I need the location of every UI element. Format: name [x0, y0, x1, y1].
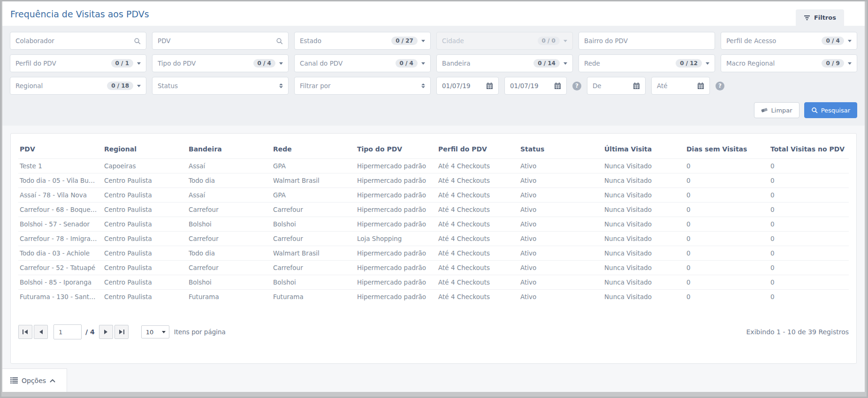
chevron-down-icon	[706, 62, 709, 65]
perfil-acesso-multiselect[interactable]: Perfil de Acesso 0 / 4	[721, 32, 857, 50]
macro-regional-count-badge: 0 / 9	[822, 59, 844, 68]
table-row[interactable]: Todo dia - 05 - Vila Buar... Centro Paul…	[18, 173, 849, 188]
column-header[interactable]: Total Visitas no PDV	[769, 141, 849, 158]
table-header-row: PDVRegionalBandeiraRedeTipo do PDVPerfil…	[18, 141, 849, 158]
calendar-icon	[486, 83, 493, 90]
date-end-input[interactable]	[510, 82, 550, 90]
column-header[interactable]: Regional	[103, 141, 187, 158]
bairro-field[interactable]	[579, 32, 715, 50]
search-icon	[811, 107, 818, 113]
column-header[interactable]: Rede	[272, 141, 356, 158]
table-row[interactable]: Bolshoi - 85 - Iporanga Centro Paulista …	[18, 275, 849, 289]
first-page-icon	[23, 330, 28, 334]
cell-status: Ativo	[519, 217, 603, 231]
search-icon	[276, 38, 283, 45]
periodo-ate-input[interactable]	[657, 82, 693, 90]
cell-status: Ativo	[519, 246, 603, 260]
cell-bandeira: Todo dia	[187, 173, 272, 188]
table-row[interactable]: Futurama - 130 - Santa ... Centro Paulis…	[18, 289, 849, 304]
cell-regional: Centro Paulista	[103, 173, 187, 188]
chevron-down-icon	[421, 40, 425, 42]
date-start-field[interactable]	[436, 77, 499, 95]
column-header[interactable]: Tipo do PDV	[356, 141, 437, 158]
tipo-pdv-label: Tipo do PDV	[158, 60, 250, 67]
options-button[interactable]: Opções	[2, 368, 67, 392]
last-page-icon	[119, 330, 124, 334]
bandeira-label: Bandeira	[442, 60, 530, 67]
cell-dias-sem-visitas: 0	[685, 203, 769, 217]
estado-multiselect[interactable]: Estado 0 / 27	[294, 32, 431, 50]
cell-perfil-pdv: Até 4 Checkouts	[437, 275, 519, 289]
periodo-de-field[interactable]	[587, 77, 646, 95]
column-header[interactable]: Dias sem Visitas	[685, 141, 769, 158]
bairro-input[interactable]	[584, 37, 709, 45]
window-frame: Frequência de Visitas aos PDVs Filtros	[0, 0, 868, 398]
cell-total-visitas: 0	[769, 261, 849, 275]
first-page-button[interactable]	[18, 325, 32, 339]
date-start-input[interactable]	[442, 82, 482, 90]
perfil-pdv-multiselect[interactable]: Perfil do PDV 0 / 1	[10, 54, 146, 72]
cell-pdv: Bolshoi - 57 - Senador	[18, 217, 103, 231]
regional-label: Regional	[15, 82, 103, 90]
filtrar-por-select[interactable]: Filtrar por	[294, 77, 431, 95]
app: Frequência de Visitas aos PDVs Filtros	[2, 1, 865, 392]
regional-multiselect[interactable]: Regional 0 / 18	[10, 77, 146, 95]
periodo-de-input[interactable]	[593, 82, 629, 90]
cell-tipo-pdv: Hipermercado padrão	[356, 246, 437, 260]
next-page-button[interactable]	[99, 325, 113, 339]
chevron-down-icon	[421, 62, 425, 65]
column-header[interactable]: Status	[519, 141, 603, 158]
colaborador-input[interactable]	[15, 37, 130, 45]
tipo-pdv-multiselect[interactable]: Tipo do PDV 0 / 4	[152, 54, 289, 72]
colaborador-search-field[interactable]	[10, 32, 146, 50]
search-button[interactable]: Pesquisar	[804, 102, 857, 118]
filters-toggle-button[interactable]: Filtros	[796, 9, 844, 26]
table-row[interactable]: Carrefour - 78 - Imigran... Centro Pauli…	[18, 231, 849, 246]
cell-regional: Centro Paulista	[103, 203, 187, 217]
cell-ultima-visita: Nunca Visitado	[603, 217, 685, 231]
cell-total-visitas: 0	[769, 275, 849, 289]
clear-button-label: Limpar	[771, 107, 792, 114]
canal-pdv-label: Canal do PDV	[300, 60, 392, 67]
cell-dias-sem-visitas: 0	[685, 261, 769, 275]
last-page-button[interactable]	[114, 325, 129, 339]
calendar-icon	[554, 83, 561, 90]
column-header[interactable]: PDV	[18, 141, 103, 158]
cell-dias-sem-visitas: 0	[685, 173, 769, 188]
pdv-input[interactable]	[158, 37, 272, 45]
page-size-select[interactable]: 10	[141, 325, 169, 338]
canal-pdv-multiselect[interactable]: Canal do PDV 0 / 4	[294, 54, 431, 72]
date-end-field[interactable]	[504, 77, 567, 95]
cell-regional: Capoeiras	[103, 159, 187, 173]
clear-button[interactable]: Limpar	[754, 102, 799, 118]
help-icon[interactable]: ?	[716, 82, 724, 90]
table-row[interactable]: Carrefour - 68 - Boqueir... Centro Pauli…	[18, 202, 849, 217]
rede-multiselect[interactable]: Rede 0 / 12	[579, 54, 715, 72]
table-row[interactable]: Bolshoi - 57 - Senador Centro Paulista B…	[18, 217, 849, 231]
periodo-ate-field[interactable]	[651, 77, 710, 95]
column-header[interactable]: Bandeira	[187, 141, 272, 158]
column-header[interactable]: Perfil do PDV	[437, 141, 519, 158]
tipo-pdv-count-badge: 0 / 4	[253, 59, 275, 68]
previous-page-button[interactable]	[34, 325, 48, 339]
cell-perfil-pdv: Até 4 Checkouts	[437, 203, 519, 217]
cell-perfil-pdv: Até 4 Checkouts	[437, 261, 519, 275]
table-row[interactable]: Assaí - 78 - Vila Nova Centro Paulista A…	[18, 188, 849, 202]
table-row[interactable]: Teste 1 Capoeiras Assaí GPA Hipermercado…	[18, 158, 849, 173]
status-select[interactable]: Status	[152, 77, 289, 95]
column-header[interactable]: Última Visita	[603, 141, 685, 158]
page-number-input[interactable]	[53, 324, 82, 339]
table-row[interactable]: Todo dia - 03 - Achiole Centro Paulista …	[18, 246, 849, 260]
cell-dias-sem-visitas: 0	[685, 275, 769, 289]
pdv-search-field[interactable]	[152, 32, 289, 50]
next-page-icon	[104, 330, 108, 334]
estado-label: Estado	[300, 37, 388, 45]
bandeira-multiselect[interactable]: Bandeira 0 / 14	[436, 54, 573, 72]
cell-rede: Carrefour	[272, 261, 356, 275]
table-row[interactable]: Carrefour - 52 - Tatuapé Centro Paulista…	[18, 260, 849, 275]
help-icon[interactable]: ?	[572, 82, 581, 90]
regional-count-badge: 0 / 18	[107, 82, 133, 90]
cell-total-visitas: 0	[769, 232, 849, 246]
cell-status: Ativo	[519, 261, 603, 275]
macro-regional-multiselect[interactable]: Macro Regional 0 / 9	[721, 54, 857, 72]
